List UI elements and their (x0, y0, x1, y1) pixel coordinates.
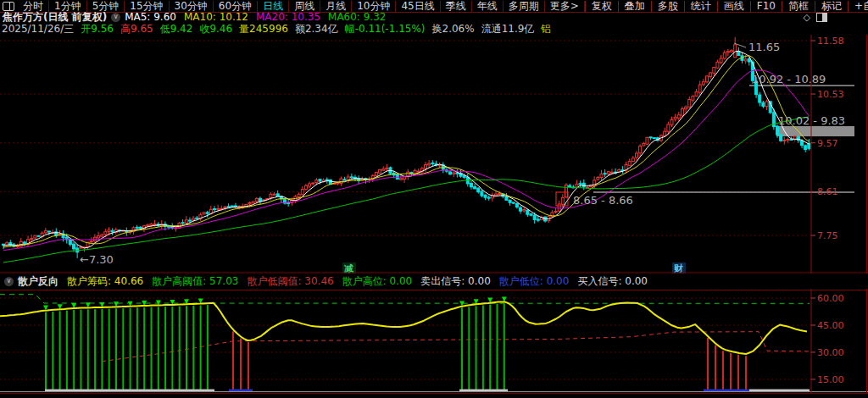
panel-toggle-icon[interactable] (816, 13, 827, 22)
candle-body (270, 194, 272, 197)
candle-body (168, 226, 170, 227)
toolbar-button-统计[interactable]: 统计 (684, 1, 717, 12)
ma-value-3: MA20: 10.35 (256, 12, 320, 23)
candle-body (375, 173, 377, 176)
candle-body (804, 146, 807, 150)
menu-item-分时[interactable]: 分时 (18, 1, 49, 12)
menu-item-45日线[interactable]: 45日线 (396, 1, 440, 12)
candle-body (108, 230, 110, 232)
menu-item-5分钟[interactable]: 5分钟 (87, 1, 125, 12)
candle-body (801, 141, 804, 145)
quote-field-2: 高9.65 (120, 23, 153, 35)
candle-body (632, 158, 634, 162)
candle-body (723, 53, 726, 58)
toolbar-button-多股[interactable]: 多股 (651, 1, 684, 12)
candle-body (569, 185, 571, 186)
candle-body (744, 59, 747, 61)
candle-body (664, 131, 666, 135)
indicator-header: ∨ 散户反向散户筹码: 40.66散户高阈值: 57.03散户低阈值: 30.4… (0, 274, 868, 289)
ma-legend: MA5: 9.60MA10: 10.12MA20: 10.35MA60: 9.3… (125, 12, 393, 23)
toolbar-button-叠加[interactable]: 叠加 (618, 1, 651, 12)
unfilled-gap-box (776, 126, 854, 136)
toolbar-button-画线[interactable]: 画线 (717, 1, 750, 12)
toolbar-button-F10[interactable]: F10 (750, 1, 782, 12)
candle-body (136, 227, 138, 228)
candle-body (762, 102, 765, 106)
menu-item-月线[interactable]: 月线 (320, 1, 352, 12)
annotation-gap2-label: 10.92 - 10.89 (752, 73, 826, 86)
menu-item-季线[interactable]: 季线 (441, 1, 472, 12)
candle-body (607, 172, 609, 174)
candle-body (227, 207, 230, 207)
candle-body (47, 231, 50, 232)
menu-item-1分钟[interactable]: 1分钟 (49, 1, 87, 12)
ma-value-2: MA10: 10.12 (184, 12, 248, 23)
candle-body (206, 213, 209, 213)
indicator-axis-label: 60.00 (817, 293, 844, 304)
price-axis-label: 10.53 (817, 89, 844, 100)
candle-body (111, 230, 114, 232)
price-axis-label: 7.75 (817, 230, 838, 241)
indicator-field-2: 散户高阈值: 57.03 (152, 274, 238, 288)
indicator-chart[interactable]: 60.0045.0030.0015.00 (0, 289, 868, 394)
candle-body (259, 198, 261, 201)
ma-value-4: MA60: 9.32 (328, 12, 386, 23)
toolbar-button-简框[interactable]: 简框 (782, 1, 815, 12)
indicator-axis-label: 15.00 (817, 374, 844, 385)
candle-body (509, 200, 511, 202)
price-axis-label: 11.58 (817, 36, 844, 47)
candle-body (505, 197, 508, 201)
indicator-axis-label: 30.00 (817, 347, 844, 358)
menu-item-年线[interactable]: 年线 (472, 1, 504, 12)
toolbar-button-标记[interactable]: 标记 (815, 1, 848, 12)
candle-body (685, 107, 687, 108)
stock-title-row: 焦作万方(日线 前复权) ∨ MA5: 9.60MA10: 10.12MA20:… (0, 12, 868, 23)
candle-body (554, 212, 557, 213)
collapse-chevron-icon[interactable]: ∨ (111, 13, 120, 22)
candle-body (498, 194, 501, 195)
menu-item-周线[interactable]: 周线 (289, 1, 320, 12)
candle-body (787, 139, 789, 140)
toolbar-menu: 复权叠加多股统计画线F10简框标记+自选返回 (585, 1, 868, 12)
annotation-gap1-label: 8.65 - 8.66 (573, 194, 633, 207)
menu-item-更多>[interactable]: 更多> (545, 1, 585, 12)
menu-item-60分钟[interactable]: 60分钟 (214, 1, 258, 12)
candle-body (449, 172, 452, 174)
candle-body (610, 172, 613, 173)
candle-body (537, 219, 539, 220)
candle-body (776, 126, 779, 135)
candle-body (188, 220, 191, 221)
menu-item-多周期[interactable]: 多周期 (504, 1, 545, 12)
main-candlestick-chart[interactable]: ←7.308.65 - 8.6611.6510.92 - 10.8910.02 … (0, 35, 868, 274)
quote-field-1: 开9.56 (81, 23, 114, 35)
candle-body (203, 213, 205, 214)
menu-item-10分钟[interactable]: 10分钟 (352, 1, 396, 12)
candle-body (677, 115, 680, 118)
event-marker-0: 减 (344, 263, 353, 274)
candle-body (276, 194, 279, 196)
candle-body (425, 165, 427, 169)
candle-body (726, 52, 729, 53)
candle-body (470, 183, 472, 186)
window-layout-icon[interactable] (3, 2, 14, 11)
diamond-icon[interactable]: ◇ (804, 13, 810, 22)
toolbar-button-复权[interactable]: 复权 (585, 1, 618, 12)
annotation-gap3-label: 10.02 - 9.83 (778, 114, 845, 127)
toolbar-button-+自选[interactable]: +自选 (848, 1, 868, 12)
candle-body (417, 171, 420, 172)
candle-body (399, 179, 402, 180)
candle-body (643, 143, 645, 145)
candle-body (23, 242, 25, 244)
candle-body (101, 235, 103, 237)
grid-layer (0, 41, 811, 235)
indicator-chevron-icon[interactable]: ∨ (4, 277, 14, 286)
ma60-line (3, 117, 809, 263)
price-axis-label: 9.57 (817, 138, 838, 149)
menu-item-日线[interactable]: 日线 (258, 1, 289, 12)
candle-body (337, 183, 339, 184)
candle-body (731, 51, 733, 52)
menu-item-30分钟[interactable]: 30分钟 (170, 1, 214, 12)
menu-item-15分钟[interactable]: 15分钟 (125, 1, 169, 12)
candle-body (515, 204, 518, 207)
indicator-axis: 60.0045.0030.0015.00 (811, 289, 867, 394)
